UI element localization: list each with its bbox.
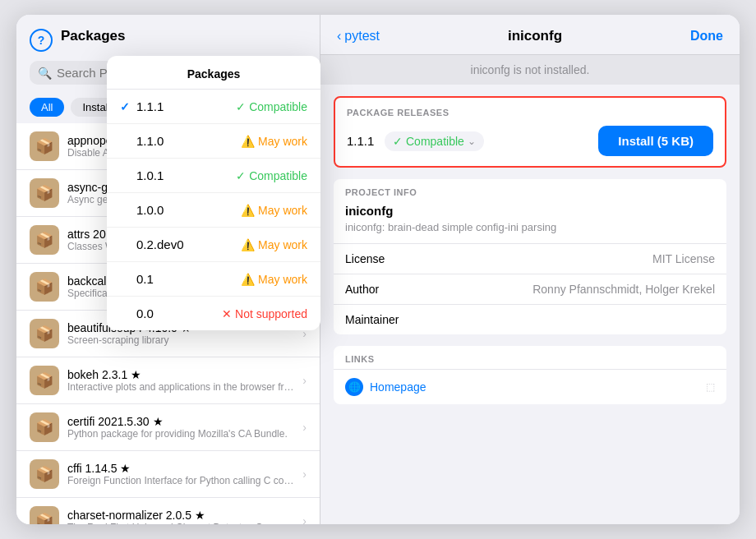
- project-description: iniconfg: brain-dead simple config-ini p…: [334, 219, 726, 243]
- version-label: 0.0: [136, 306, 222, 320]
- pkg-info: cffi 1.14.5 ★ Foreign Function Interface…: [67, 462, 294, 486]
- pkg-name: certifi 2021.5.30 ★: [67, 415, 294, 428]
- pkg-info: certifi 2021.5.30 ★ Python package for p…: [67, 415, 294, 440]
- checkmark-icon: ✓: [120, 100, 136, 113]
- maintainer-row: Maintainer: [334, 304, 726, 334]
- homepage-link[interactable]: 🌐 Homepage ⬚: [334, 369, 726, 404]
- links-label: LINKS: [334, 346, 726, 369]
- maintainer-label: Maintainer: [345, 313, 399, 326]
- pkg-info: charset-normalizer 2.0.5 ★ The Real Firs…: [67, 509, 294, 524]
- check-icon: ✓: [236, 169, 246, 182]
- status-notsupported-icon: ✕ Not supported: [222, 307, 307, 320]
- left-panel: ? Packages 🔍 All Installed Updates 📦 app…: [16, 15, 320, 524]
- warning-icon: ⚠️: [241, 273, 255, 286]
- packages-title: Packages: [61, 28, 125, 44]
- list-item[interactable]: 📦 charset-normalizer 2.0.5 ★ The Real Fi…: [16, 498, 320, 524]
- project-info-label: PROJECT INFO: [334, 179, 726, 202]
- version-label: 1.1.0: [136, 134, 241, 148]
- help-button[interactable]: ?: [30, 29, 53, 52]
- version-label: 0.2.dev0: [136, 237, 241, 251]
- status-maywork-icon: ⚠️ May work: [241, 273, 307, 286]
- x-icon: ✕: [222, 307, 232, 320]
- pkg-icon: 📦: [30, 131, 59, 161]
- dropdown-item-2[interactable]: 1.0.1 ✓ Compatible: [107, 159, 320, 193]
- dropdown-item-3[interactable]: 1.0.0 ⚠️ May work: [107, 193, 320, 228]
- pkg-icon: 📦: [30, 225, 59, 255]
- compatibility-selector[interactable]: ✓ Compatible ⌄: [385, 131, 484, 151]
- warning-icon: ⚠️: [241, 238, 255, 251]
- dropdown-item-1[interactable]: 1.1.0 ⚠️ May work: [107, 124, 320, 159]
- version-label: 1.0.1: [136, 168, 236, 182]
- author-value: Ronny Pfannschmidt, Holger Krekel: [532, 283, 715, 296]
- warning-icon: ⚠️: [241, 135, 255, 148]
- pkg-icon: 📦: [30, 506, 59, 524]
- release-version: 1.1.1: [347, 134, 376, 148]
- chevron-down-icon: ⌄: [468, 136, 476, 147]
- check-icon: ✓: [236, 100, 246, 113]
- homepage-label: Homepage: [370, 380, 699, 394]
- pkg-icon: 📦: [30, 412, 59, 442]
- globe-icon: 🌐: [345, 378, 363, 396]
- pkg-name: charset-normalizer 2.0.5 ★: [67, 509, 294, 522]
- right-content: PACKAGE RELEASES 1.1.1 ✓ Compatible ⌄ In…: [320, 85, 740, 524]
- chevron-right-icon: ›: [302, 374, 307, 387]
- status-compatible-icon: ✓ Compatible: [236, 100, 307, 113]
- external-link-icon: ⬚: [706, 381, 715, 393]
- not-installed-banner: iniconfg is not installed.: [320, 55, 740, 85]
- page-title: iniconfg: [508, 28, 562, 44]
- pkg-desc: Foreign Function Interface for Python ca…: [67, 475, 294, 486]
- dropdown-item-0[interactable]: ✓ 1.1.1 ✓ Compatible: [107, 90, 320, 124]
- search-icon: 🔍: [38, 67, 52, 80]
- chevron-right-icon: ›: [302, 514, 307, 524]
- warning-icon: ⚠️: [241, 204, 255, 217]
- status-maywork-icon: ⚠️ May work: [241, 238, 307, 251]
- list-item[interactable]: 📦 bokeh 2.3.1 ★ Interactive plots and ap…: [16, 357, 320, 404]
- dropdown-title: Packages: [107, 56, 320, 90]
- pkg-desc: Interactive plots and applications in th…: [67, 381, 294, 393]
- list-item[interactable]: 📦 cffi 1.14.5 ★ Foreign Function Interfa…: [16, 451, 320, 498]
- license-row: License MIT License: [334, 243, 726, 274]
- chevron-left-icon: ‹: [337, 29, 341, 44]
- status-compatible-icon: ✓ Compatible: [236, 169, 307, 182]
- back-label: pytest: [344, 29, 380, 44]
- release-row: 1.1.1 ✓ Compatible ⌄ Install (5 KB): [347, 126, 713, 156]
- pkg-icon: 📦: [30, 178, 59, 208]
- package-releases-section: PACKAGE RELEASES 1.1.1 ✓ Compatible ⌄ In…: [334, 96, 726, 168]
- project-info-section: PROJECT INFO iniconfg iniconfg: brain-de…: [334, 179, 726, 334]
- pkg-name: cffi 1.14.5 ★: [67, 462, 294, 475]
- status-maywork-icon: ⚠️ May work: [241, 135, 307, 148]
- install-button[interactable]: Install (5 KB): [598, 126, 713, 156]
- pkg-icon: 📦: [30, 366, 59, 395]
- pkg-icon: 📦: [30, 272, 59, 302]
- compat-check-icon: ✓: [393, 135, 403, 148]
- pkg-desc: Python package for providing Mozilla's C…: [67, 428, 294, 440]
- status-maywork-icon: ⚠️ May work: [241, 204, 307, 217]
- app-container: ? Packages 🔍 All Installed Updates 📦 app…: [16, 15, 740, 524]
- chevron-right-icon: ›: [302, 468, 307, 481]
- license-label: License: [345, 252, 385, 265]
- project-name: iniconfg: [334, 202, 726, 219]
- package-releases-label: PACKAGE RELEASES: [347, 108, 713, 117]
- list-item[interactable]: 📦 certifi 2021.5.30 ★ Python package for…: [16, 404, 320, 451]
- license-value: MIT License: [652, 252, 715, 265]
- right-header: ‹ pytest iniconfg Done: [320, 15, 740, 55]
- version-label: 0.1: [136, 272, 241, 286]
- filter-all-button[interactable]: All: [30, 98, 64, 117]
- links-section: LINKS 🌐 Homepage ⬚: [334, 346, 726, 404]
- dropdown-item-5[interactable]: 0.1 ⚠️ May work: [107, 262, 320, 297]
- done-button[interactable]: Done: [690, 29, 723, 44]
- version-dropdown: Packages ✓ 1.1.1 ✓ Compatible 1.1.0 ⚠️ M…: [107, 56, 320, 330]
- pkg-desc: Screen-scraping library: [67, 334, 294, 346]
- compat-label: Compatible: [406, 135, 464, 148]
- chevron-right-icon: ›: [302, 421, 307, 434]
- version-label: 1.1.1: [136, 99, 236, 113]
- author-row: Author Ronny Pfannschmidt, Holger Krekel: [334, 274, 726, 304]
- pkg-icon: 📦: [30, 459, 59, 489]
- back-button[interactable]: ‹ pytest: [337, 29, 380, 44]
- dropdown-item-4[interactable]: 0.2.dev0 ⚠️ May work: [107, 228, 320, 262]
- pkg-desc: The Real First Universal Charset Detecto…: [67, 522, 294, 524]
- version-label: 1.0.0: [136, 203, 241, 217]
- pkg-info: bokeh 2.3.1 ★ Interactive plots and appl…: [67, 368, 294, 393]
- pkg-name: bokeh 2.3.1 ★: [67, 368, 294, 381]
- dropdown-item-6[interactable]: 0.0 ✕ Not supported: [107, 297, 320, 330]
